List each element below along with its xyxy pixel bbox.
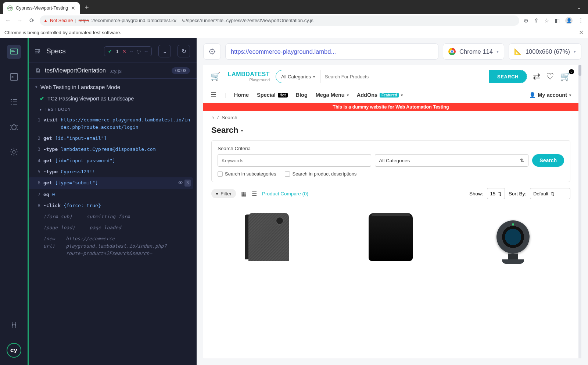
scroll-thumb[interactable] <box>578 65 581 76</box>
viewport-selector[interactable]: 📐1000x660 (67%)▾ <box>509 43 581 60</box>
cmd-row[interactable]: 8-click{force: true} <box>29 200 193 211</box>
forward-button: → <box>16 17 24 24</box>
site-logo[interactable]: LAMBDATEST Playground <box>228 71 270 82</box>
cypress-logo[interactable]: cy <box>7 343 21 358</box>
show-select[interactable]: 15⇅ <box>487 188 505 199</box>
aut-scrollbar[interactable]: ▴ <box>578 65 581 358</box>
cmd-row[interactable]: 2get[id="input-email"] <box>29 133 193 144</box>
svg-rect-3 <box>10 74 18 80</box>
spec-name: testViewportOrientation <box>45 67 106 74</box>
rerun-button[interactable]: ↻ <box>178 45 190 57</box>
describe-block[interactable]: ▾ Web Testing in Landscape Mode <box>29 81 197 93</box>
chevron-down-button[interactable]: ⌄ <box>158 45 171 57</box>
runs-nav-icon[interactable] <box>7 70 21 84</box>
category-dropdown[interactable]: All Categories▾ <box>276 70 320 83</box>
product-card[interactable] <box>211 206 326 261</box>
spec-file-row[interactable]: 🗎 testViewportOrientation.cy.js 00:03 <box>29 63 197 79</box>
nav-special[interactable]: SpecialHot <box>257 92 287 98</box>
funnel-icon: ▾ <box>216 191 218 196</box>
collapse-icon[interactable] <box>35 49 42 54</box>
dummy-banner: This is a dummy website for Web Automati… <box>203 103 578 111</box>
back-button[interactable]: ← <box>4 17 12 24</box>
results-toolbar: ▾Filter ▦ ☰ Product Compare (0) Show: 15… <box>203 182 578 202</box>
file-icon: 🗎 <box>35 67 41 74</box>
cmd-row[interactable]: 1visithttps://ecommerce-playground.lambd… <box>29 114 193 133</box>
category-select[interactable]: All Categories⇅ <box>375 154 528 167</box>
nav-addons[interactable]: AddOnsFeatured▾ <box>357 92 403 98</box>
logo-cart-icon: 🛒 <box>211 72 220 81</box>
chevron-down-icon: ▾ <box>401 93 403 97</box>
menu-icon[interactable]: ⋮ <box>578 17 584 24</box>
descriptions-checkbox[interactable]: Search in product descriptions <box>285 171 356 177</box>
new-tab-button[interactable]: ＋ <box>80 3 94 11</box>
chevron-down-icon: ▾ <box>313 75 315 79</box>
reload-button[interactable]: ⟳ <box>28 17 35 24</box>
bookmark-icon[interactable]: ☆ <box>544 17 549 24</box>
home-icon[interactable]: ⌂ <box>211 115 214 120</box>
cmd-info-row[interactable]: (new url) https://ecommerce-playground.l… <box>29 233 193 259</box>
tab-overflow-icon[interactable]: ⌄ <box>577 4 585 11</box>
selector-playground-button[interactable] <box>203 43 221 60</box>
cart-icon[interactable]: 🛒0 <box>560 71 571 82</box>
hamburger-icon[interactable]: ☰ <box>211 91 216 99</box>
product-card[interactable] <box>456 206 570 261</box>
criteria-search-button[interactable]: Search <box>532 154 564 167</box>
test-row[interactable]: ✔ TC2 Passing viewport as Landscape <box>29 93 197 104</box>
reporter-panel: Specs ✔1 ✕-- ◌-- ⌄ ↻ 🗎 testViewportOrien… <box>28 38 197 365</box>
cmd-info-row[interactable]: (form sub) --submitting form-- <box>29 211 193 222</box>
cmd-row[interactable]: 7eq0 <box>29 189 193 200</box>
subcategories-checkbox[interactable]: Search in subcategories <box>218 171 276 177</box>
search-button[interactable]: SEARCH <box>489 70 527 83</box>
cart-count-badge: 0 <box>569 69 574 74</box>
gear-nav-icon[interactable] <box>7 145 21 159</box>
specs-nav-icon[interactable] <box>7 45 21 59</box>
close-infobar-icon[interactable]: ✕ <box>579 29 584 36</box>
chevron-down-icon: ▾ <box>40 107 42 111</box>
url-field[interactable]: ▲ Not Secure | https://ecommerce-playgro… <box>40 15 519 26</box>
test-body-label[interactable]: ▾ TEST BODY <box>29 104 197 114</box>
sort-select[interactable]: Default⇅ <box>530 188 570 199</box>
keyboard-nav-icon[interactable] <box>7 318 21 332</box>
grid-view-icon[interactable]: ▦ <box>241 190 247 197</box>
filter-button[interactable]: ▾Filter <box>211 189 236 198</box>
cmd-row[interactable]: 5-typeCypress123!! <box>29 166 193 177</box>
browser-tab[interactable]: cy Cypress-Viewport-Testing ✕ <box>3 2 80 14</box>
aut-header: https://ecommerce-playground.lambd... Ch… <box>197 38 588 65</box>
aut-panel: https://ecommerce-playground.lambd... Ch… <box>197 38 588 365</box>
cmd-row[interactable]: 3-typelambdatest.Cypress@disposable.com <box>29 144 193 155</box>
product-compare-link[interactable]: Product Compare (0) <box>262 191 308 196</box>
person-icon: 👤 <box>529 92 535 98</box>
profile-avatar[interactable]: 👤 <box>565 17 573 24</box>
list-view-icon[interactable]: ☰ <box>252 190 257 197</box>
cmd-info-row[interactable]: (page load) --page loaded-- <box>29 222 193 233</box>
fail-icon: ✕ <box>122 49 126 54</box>
search-input[interactable] <box>320 70 489 83</box>
compare-icon[interactable]: ⇄ <box>533 71 540 82</box>
settings-list-icon[interactable] <box>7 95 21 109</box>
test-title: TC2 Passing viewport as Landscape <box>47 96 134 102</box>
url-path: ://ecommerce-playground.lambdatest.io/__… <box>91 18 313 23</box>
wishlist-icon[interactable]: ♡ <box>546 71 554 82</box>
debug-nav-icon[interactable] <box>7 120 21 134</box>
nav-account[interactable]: 👤My account▾ <box>529 92 571 98</box>
close-tab-icon[interactable]: ✕ <box>71 5 75 11</box>
nav-blog[interactable]: Blog <box>296 92 308 98</box>
panel-icon[interactable]: ◧ <box>555 17 560 24</box>
nav-megamenu[interactable]: Mega Menu▾ <box>316 92 349 98</box>
cmd-row[interactable]: 4get[id="input-password"] <box>29 155 193 166</box>
keywords-input[interactable] <box>218 154 371 167</box>
product-card[interactable] <box>333 206 448 261</box>
warning-icon: ▲ <box>43 18 48 23</box>
aut-url[interactable]: https://ecommerce-playground.lambd... <box>225 43 438 60</box>
translate-icon[interactable]: ⊕ <box>524 17 528 24</box>
ruler-icon: 📐 <box>514 48 522 55</box>
automation-info-bar: Chrome is being controlled by automated … <box>0 27 588 38</box>
select-arrows-icon: ⇅ <box>498 191 502 196</box>
share-icon[interactable]: ⇪ <box>534 17 539 24</box>
chevron-down-icon: ▾ <box>35 85 37 89</box>
chrome-icon <box>448 48 456 55</box>
cmd-row[interactable]: 6get[type="submit"]👁3 <box>29 177 193 189</box>
nav-home[interactable]: Home <box>234 92 249 98</box>
specs-header: Specs <box>46 47 66 55</box>
browser-selector[interactable]: Chrome 114▾ <box>443 43 504 60</box>
